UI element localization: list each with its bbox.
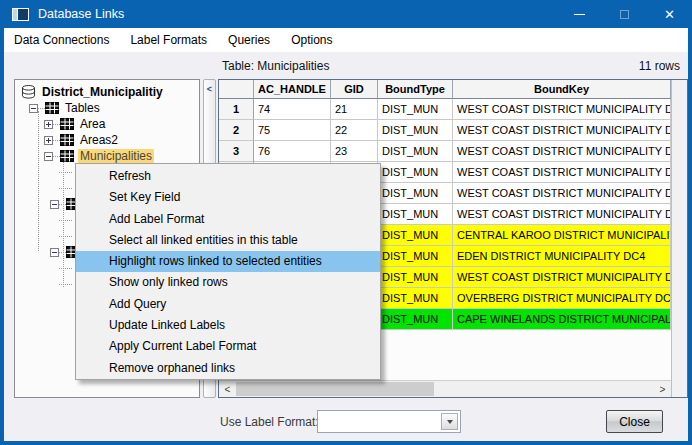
scroll-left-arrow-icon[interactable]: < xyxy=(219,381,236,397)
tree-connector xyxy=(59,252,66,253)
tree-item-label: Area xyxy=(78,117,107,131)
menu-item-show-only-linked[interactable]: Show only linked rows xyxy=(76,272,380,293)
menu-item-apply-current-label-format[interactable]: Apply Current Label Format xyxy=(76,336,380,357)
cell-boundkey[interactable]: WEST COAST DISTRICT MUNICIPALITY DC1 xyxy=(453,120,671,141)
column-header-ac-handle[interactable]: AC_HANDLE xyxy=(254,80,331,99)
minimize-icon xyxy=(574,14,585,15)
maximize-icon xyxy=(620,10,629,19)
cell-boundtype[interactable]: DIST_MUN xyxy=(378,183,453,204)
menu-item-highlight-rows[interactable]: Highlight rows linked to selected entiti… xyxy=(76,251,380,272)
expand-expander-icon[interactable] xyxy=(44,136,53,145)
cell-boundkey[interactable]: WEST COAST DISTRICT MUNICIPALITY DC1 xyxy=(453,267,671,288)
close-icon: ✕ xyxy=(664,8,675,21)
collapse-expander-icon[interactable] xyxy=(50,248,59,257)
menu-item-add-label-format[interactable]: Add Label Format xyxy=(76,209,380,230)
tree-item-label: Tables xyxy=(63,101,102,115)
menu-data-connections[interactable]: Data Connections xyxy=(6,29,117,51)
use-label-format-label: Use Label Format: xyxy=(220,415,319,429)
table-row[interactable]: 2 75 22 DIST_MUN WEST COAST DISTRICT MUN… xyxy=(219,120,671,141)
scrollbar-thumb[interactable] xyxy=(236,382,434,396)
cell-boundtype[interactable]: DIST_MUN xyxy=(378,99,453,120)
database-links-window: { "titlebar": { "title": "Database Links… xyxy=(0,0,692,445)
row-header-cell[interactable]: 3 xyxy=(219,141,254,162)
row-header-cell[interactable]: 1 xyxy=(219,99,254,120)
collapse-expander-icon[interactable] xyxy=(50,200,59,209)
tree-connector xyxy=(53,124,60,125)
cell-boundkey[interactable]: CENTRAL KAROO DISTRICT MUNICIPALITY DC xyxy=(453,225,671,246)
cell-boundkey[interactable]: WEST COAST DISTRICT MUNICIPALITY DC1 xyxy=(453,99,671,120)
collapse-expander-icon[interactable] xyxy=(29,104,38,113)
cell-boundkey[interactable]: EDEN DISTRICT MUNICIPALITY DC4 xyxy=(453,246,671,267)
tree-item-root[interactable]: District_Municipalitiy xyxy=(15,84,199,100)
menu-item-remove-orphaned-links[interactable]: Remove orphaned links xyxy=(76,358,380,379)
expand-expander-icon[interactable] xyxy=(44,120,53,129)
grid-corner-header[interactable] xyxy=(219,80,254,99)
cell-gid[interactable]: 22 xyxy=(331,120,378,141)
row-header-cell[interactable]: 2 xyxy=(219,120,254,141)
cell-boundkey[interactable]: WEST COAST DISTRICT MUNICIPALITY DC1 xyxy=(453,141,671,162)
cell-boundtype[interactable]: DIST_MUN xyxy=(378,309,453,330)
menu-queries[interactable]: Queries xyxy=(220,29,278,51)
vertical-scrollbar-track[interactable] xyxy=(671,80,687,397)
cell-boundtype[interactable]: DIST_MUN xyxy=(378,120,453,141)
table-name-label: Table: Municipalities xyxy=(222,59,329,73)
tree-item-areas2[interactable]: Areas2 xyxy=(15,132,199,148)
column-header-boundkey[interactable]: BoundKey xyxy=(453,80,671,99)
menu-options[interactable]: Options xyxy=(283,29,340,51)
close-button[interactable]: Close xyxy=(606,410,663,433)
table-row[interactable]: 3 76 23 DIST_MUN WEST COAST DISTRICT MUN… xyxy=(219,141,671,162)
cell-boundkey[interactable]: WEST COAST DISTRICT MUNICIPALITY DC1 xyxy=(453,162,671,183)
menu-item-update-linked-labels[interactable]: Update Linked Labels xyxy=(76,315,380,336)
tree-item-area[interactable]: Area xyxy=(15,116,199,132)
scrollbar-track[interactable] xyxy=(236,381,654,397)
close-window-button[interactable]: ✕ xyxy=(647,0,692,28)
cell-boundkey[interactable]: WEST COAST DISTRICT MUNICIPALITY DC1 xyxy=(453,183,671,204)
cell-boundtype[interactable]: DIST_MUN xyxy=(378,162,453,183)
column-header-gid[interactable]: GID xyxy=(331,80,378,99)
window-title: Database Links xyxy=(38,7,124,21)
combobox-dropdown-button[interactable] xyxy=(441,413,458,430)
cell-gid[interactable]: 23 xyxy=(331,141,378,162)
cell-ac-handle[interactable]: 74 xyxy=(254,99,331,120)
cell-boundtype[interactable]: DIST_MUN xyxy=(378,288,453,309)
menu-item-set-key-field[interactable]: Set Key Field xyxy=(76,187,380,208)
cell-boundkey[interactable]: CAPE WINELANDS DISTRICT MUNICIPALITY D xyxy=(453,309,671,330)
cell-boundtype[interactable]: DIST_MUN xyxy=(378,204,453,225)
cell-gid[interactable]: 21 xyxy=(331,99,378,120)
cell-boundtype[interactable]: DIST_MUN xyxy=(378,267,453,288)
maximize-button[interactable] xyxy=(602,0,647,28)
horizontal-scrollbar[interactable]: < > xyxy=(219,380,671,397)
cell-boundtype[interactable]: DIST_MUN xyxy=(378,141,453,162)
menu-item-add-query[interactable]: Add Query xyxy=(76,294,380,315)
table-icon xyxy=(60,118,74,130)
tree-connector xyxy=(53,156,60,157)
tree-item-tables[interactable]: Tables xyxy=(15,100,199,116)
label-format-combobox[interactable] xyxy=(317,410,461,433)
menu-label-formats[interactable]: Label Formats xyxy=(122,29,215,51)
cell-boundtype[interactable]: DIST_MUN xyxy=(378,246,453,267)
tables-folder-icon xyxy=(45,102,59,114)
cell-boundkey[interactable]: WEST COAST DISTRICT MUNICIPALITY DC1 xyxy=(453,204,671,225)
chevron-down-icon xyxy=(447,420,453,424)
menu-item-refresh[interactable]: Refresh xyxy=(76,166,380,187)
minimize-button[interactable] xyxy=(557,0,602,28)
cell-boundtype[interactable]: DIST_MUN xyxy=(378,225,453,246)
menu-item-select-all-linked[interactable]: Select all linked entities in this table xyxy=(76,230,380,251)
row-count-label: 11 rows xyxy=(639,59,680,73)
tree-item-label-selected: Municipalities xyxy=(78,149,154,163)
tree-item-municipalities[interactable]: Municipalities xyxy=(15,148,199,164)
table-icon xyxy=(60,134,74,146)
scroll-right-arrow-icon[interactable]: > xyxy=(654,381,671,397)
cell-boundkey[interactable]: OVERBERG DISTRICT MUNICIPALITY DC3 xyxy=(453,288,671,309)
table-row[interactable]: 1 74 21 DIST_MUN WEST COAST DISTRICT MUN… xyxy=(219,99,671,120)
tree-connector xyxy=(38,108,45,109)
database-icon xyxy=(21,85,36,99)
table-icon xyxy=(60,150,74,162)
cell-ac-handle[interactable]: 75 xyxy=(254,120,331,141)
tree-connector xyxy=(59,204,66,205)
context-menu: Refresh Set Key Field Add Label Format S… xyxy=(75,163,381,380)
column-header-boundtype[interactable]: BoundType xyxy=(378,80,453,99)
cell-ac-handle[interactable]: 76 xyxy=(254,141,331,162)
tree-item-label: Areas2 xyxy=(78,133,120,147)
collapse-expander-icon[interactable] xyxy=(44,152,53,161)
